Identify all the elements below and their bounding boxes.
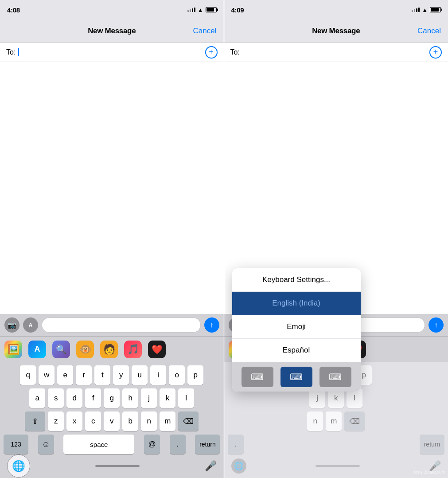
left-message-area[interactable]: [0, 62, 224, 314]
left-camera-button[interactable]: 📷: [4, 317, 19, 333]
left-signal-icon: [187, 8, 195, 12]
left-monkey-icon[interactable]: 🐵: [76, 341, 94, 358]
key-return[interactable]: return: [195, 435, 220, 454]
right-bottom-bar-row: . return: [226, 435, 447, 454]
key-space[interactable]: space: [63, 435, 134, 454]
rkey-n[interactable]: n: [307, 411, 323, 431]
left-status-time: 4:08: [7, 6, 20, 14]
right-wifi-icon: ▲: [422, 7, 428, 13]
left-key-row-1: q w e r t y u i o p: [2, 365, 222, 385]
left-send-button[interactable]: ↑: [204, 317, 219, 333]
key-y[interactable]: y: [113, 365, 129, 385]
left-appstore-button[interactable]: A: [23, 317, 38, 333]
key-at[interactable]: @: [144, 435, 160, 454]
watermark: www.deuaq.com: [413, 470, 445, 474]
left-nav-bar: New Message Cancel: [0, 20, 224, 43]
keyboard-type-selector: ⌨ ⌨ ⌨: [232, 362, 361, 392]
key-c[interactable]: c: [85, 411, 101, 431]
key-g[interactable]: g: [104, 388, 120, 408]
left-phone-panel: 4:08 ▲ New Message Cancel To: + 📷 A ↑ 🖼️…: [0, 0, 224, 478]
kb-type-split-right[interactable]: ⌨: [319, 367, 351, 387]
key-f[interactable]: f: [85, 388, 101, 408]
right-nav-title: New Message: [312, 27, 360, 35]
left-bottom-bar-row: 123 ☺ space @ . return: [2, 435, 222, 454]
left-key-row-2: a s d f g h j k l: [2, 388, 222, 408]
popup-emoji[interactable]: Emoji: [232, 315, 361, 339]
key-dot[interactable]: .: [170, 435, 186, 454]
right-keyboard-bottom: 🌐 🎤: [224, 456, 448, 478]
left-nav-title: New Message: [88, 27, 136, 35]
right-add-recipient-button[interactable]: +: [429, 46, 442, 59]
key-j[interactable]: j: [141, 388, 157, 408]
key-r[interactable]: r: [76, 365, 92, 385]
right-signal-icon: [412, 8, 420, 12]
left-heart-icon[interactable]: ❤️: [148, 341, 166, 358]
left-wifi-icon: ▲: [198, 7, 203, 13]
key-delete[interactable]: ⌫: [178, 411, 199, 431]
left-to-field[interactable]: To: +: [0, 43, 224, 62]
rkey-delete[interactable]: ⌫: [344, 411, 365, 431]
key-s[interactable]: s: [48, 388, 64, 408]
left-home-indicator: [95, 465, 140, 467]
popup-english-india[interactable]: English (India): [232, 292, 361, 315]
key-t[interactable]: t: [94, 365, 110, 385]
right-status-bar: 4:09 ▲: [224, 0, 448, 20]
key-w[interactable]: w: [39, 365, 55, 385]
key-a[interactable]: a: [29, 388, 45, 408]
key-l[interactable]: l: [178, 388, 194, 408]
left-status-bar: 4:08 ▲: [0, 0, 224, 20]
left-add-recipient-button[interactable]: +: [205, 46, 218, 59]
kb-type-full[interactable]: ⌨: [280, 367, 312, 387]
left-battery-icon: [206, 7, 217, 12]
rkey-return[interactable]: return: [420, 435, 444, 454]
popup-espanol[interactable]: Español: [232, 339, 361, 362]
left-message-input[interactable]: [42, 317, 201, 333]
right-cancel-button[interactable]: Cancel: [417, 27, 441, 35]
left-cancel-button[interactable]: Cancel: [193, 27, 217, 35]
key-d[interactable]: d: [66, 388, 82, 408]
key-u[interactable]: u: [132, 365, 148, 385]
rkey-m[interactable]: m: [326, 411, 342, 431]
kb-type-split-left[interactable]: ⌨: [242, 367, 273, 387]
right-home-indicator: [316, 465, 360, 467]
key-v[interactable]: v: [104, 411, 120, 431]
key-i[interactable]: i: [150, 365, 166, 385]
key-m[interactable]: m: [160, 411, 175, 431]
left-key-row-3: ⇧ z x c v b n m ⌫: [2, 411, 222, 431]
right-globe-button[interactable]: 🌐: [231, 458, 246, 474]
right-battery-icon: [430, 7, 441, 12]
popup-keyboard-settings[interactable]: Keyboard Settings...: [232, 268, 361, 292]
right-to-label: To:: [230, 48, 240, 56]
left-memoji-icon[interactable]: 🧑: [100, 341, 118, 358]
left-appstore-icon[interactable]: A: [28, 341, 46, 358]
rkey-dot[interactable]: .: [228, 435, 244, 454]
left-status-icons: ▲: [187, 7, 217, 13]
right-to-field[interactable]: To: +: [224, 43, 448, 62]
left-search-icon[interactable]: 🔍: [52, 341, 70, 358]
key-h[interactable]: h: [122, 388, 138, 408]
right-phone-panel: 4:09 ▲ New Message Cancel To: + 📷 A ↑ 🖼️…: [224, 0, 448, 478]
key-x[interactable]: x: [66, 411, 82, 431]
key-p[interactable]: p: [187, 365, 203, 385]
key-n[interactable]: n: [141, 411, 157, 431]
left-keyboard: q w e r t y u i o p a s d f g h j k l ⇧ …: [0, 362, 224, 456]
split-right-icon: ⌨: [329, 372, 342, 382]
left-mic-button[interactable]: 🎤: [205, 460, 217, 472]
key-o[interactable]: o: [169, 365, 185, 385]
left-photos-icon[interactable]: 🖼️: [4, 341, 22, 358]
full-keyboard-icon: ⌨: [290, 372, 303, 382]
key-shift[interactable]: ⇧: [25, 411, 45, 431]
key-emoji[interactable]: ☺: [38, 435, 54, 454]
left-music-icon[interactable]: 🎵: [124, 341, 142, 358]
key-e[interactable]: e: [57, 365, 73, 385]
key-123[interactable]: 123: [4, 435, 28, 454]
split-left-icon: ⌨: [251, 372, 264, 382]
left-keyboard-bottom: 🌐 🎤: [0, 456, 224, 478]
key-k[interactable]: k: [160, 388, 175, 408]
key-b[interactable]: b: [122, 411, 138, 431]
key-q[interactable]: q: [20, 365, 36, 385]
left-to-label: To:: [6, 48, 16, 56]
left-globe-button[interactable]: 🌐: [7, 454, 30, 478]
key-z[interactable]: z: [48, 411, 64, 431]
right-send-button[interactable]: ↑: [429, 317, 444, 333]
